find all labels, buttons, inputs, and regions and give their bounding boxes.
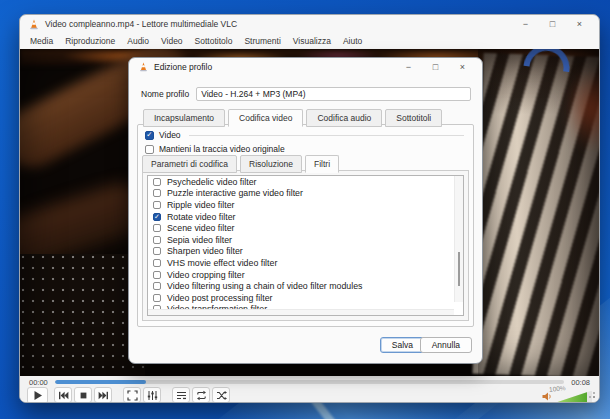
previous-button[interactable] <box>54 387 72 403</box>
video-subtabs: Parametri di codifica Risoluzione Filtri <box>142 155 342 173</box>
subtab-filtri[interactable]: Filtri <box>305 155 339 173</box>
menu-strumenti[interactable]: Strumenti <box>244 36 280 46</box>
filter-checkbox[interactable] <box>153 294 161 302</box>
filter-checkbox[interactable] <box>153 189 161 197</box>
filter-checkbox[interactable] <box>153 201 161 209</box>
menu-media[interactable]: Media <box>30 36 53 46</box>
stop-button[interactable] <box>74 387 92 403</box>
menu-bar: Media Riproduzione Audio Video Sottotito… <box>20 33 599 49</box>
filter-item[interactable]: VHS movie effect video filter <box>148 257 463 269</box>
filter-label: Rotate video filter <box>167 212 235 222</box>
filter-checkbox[interactable] <box>153 282 161 290</box>
fullscreen-button[interactable] <box>123 387 141 403</box>
filter-item[interactable]: Sharpen video filter <box>148 246 463 258</box>
profile-name-input[interactable] <box>196 87 471 101</box>
controls-bar: 100% <box>20 388 599 402</box>
dialog-minimize-icon[interactable]: − <box>395 58 422 76</box>
filter-item[interactable]: Sepia video filter <box>148 234 463 246</box>
vlc-cone-icon <box>139 62 148 72</box>
filter-label: Sharpen video filter <box>167 246 243 256</box>
filter-item[interactable]: Wave video filter <box>148 315 463 316</box>
group-separator <box>189 135 464 136</box>
seek-bar[interactable] <box>55 380 564 384</box>
scrollbar-thumb[interactable] <box>458 252 460 286</box>
subtab-parametri[interactable]: Parametri di codifica <box>142 155 237 173</box>
filter-checkbox[interactable] <box>153 224 161 232</box>
filter-item[interactable]: Scene video filter <box>148 222 463 234</box>
volume-fill <box>556 391 587 403</box>
codifica-video-panel: ✓ Video Mantieni la traccia video origin… <box>137 124 474 327</box>
volume-slider[interactable] <box>556 391 592 403</box>
next-icon <box>98 390 109 401</box>
filtri-panel: Psychedelic video filterPuzzle interacti… <box>142 170 469 321</box>
dialog-title: Edizione profilo <box>154 62 212 72</box>
filter-checkbox[interactable] <box>153 178 161 186</box>
vlc-cone-icon <box>29 19 39 30</box>
cancel-button[interactable]: Annulla <box>420 337 472 353</box>
playlist-icon <box>176 390 187 401</box>
filter-label: Video post processing filter <box>167 293 272 303</box>
playlist-button[interactable] <box>172 387 190 403</box>
filter-checkbox[interactable] <box>153 271 161 279</box>
filter-item[interactable]: Video post processing filter <box>148 292 463 304</box>
tab-incapsulamento[interactable]: Incapsulamento <box>143 109 225 127</box>
tab-sottotitoli[interactable]: Sottotitoli <box>385 109 442 127</box>
time-total: 00:08 <box>571 378 590 387</box>
filter-item[interactable]: Video filtering using a chain of video f… <box>148 280 463 292</box>
vlc-titlebar[interactable]: Video compleanno.mp4 - Lettore multimedi… <box>20 15 599 33</box>
filter-checkbox[interactable] <box>153 236 161 244</box>
subtab-risoluzione[interactable]: Risoluzione <box>240 155 302 173</box>
menu-sottotitolo[interactable]: Sottotitolo <box>195 36 233 46</box>
filter-list[interactable]: Psychedelic video filterPuzzle interacti… <box>147 175 464 316</box>
resize-grip-icon[interactable] <box>593 396 595 398</box>
save-button[interactable]: Salva <box>380 337 425 353</box>
filter-item[interactable]: Psychedelic video filter <box>148 176 463 188</box>
shuffle-button[interactable] <box>212 387 230 403</box>
menu-riproduzione[interactable]: Riproduzione <box>65 36 115 46</box>
filter-label: Video filtering using a chain of video f… <box>167 281 362 291</box>
previous-icon <box>58 390 69 401</box>
play-button[interactable] <box>27 387 48 404</box>
dialog-tabs: Incapsulamento Codifica video Codifica a… <box>143 109 445 127</box>
equalizer-icon <box>147 390 158 401</box>
menu-visualizza[interactable]: Visualizza <box>293 36 331 46</box>
menu-audio[interactable]: Audio <box>127 36 149 46</box>
filter-label: Ripple video filter <box>167 200 234 210</box>
filter-label: VHS movie effect video filter <box>167 258 277 268</box>
tab-codifica-video[interactable]: Codifica video <box>228 109 303 127</box>
video-content-warm-blob <box>565 67 599 152</box>
dialog-close-icon[interactable]: × <box>449 58 476 76</box>
filter-list-hscrollbar[interactable] <box>148 309 454 315</box>
filter-list-scrollbar[interactable] <box>454 176 463 302</box>
filter-item[interactable]: Ripple video filter <box>148 199 463 211</box>
video-content-shading <box>478 49 599 376</box>
window-title: Video compleanno.mp4 - Lettore multimedi… <box>45 19 237 29</box>
maximize-icon[interactable]: □ <box>539 15 566 33</box>
filter-item[interactable]: Video cropping filter <box>148 269 463 281</box>
shuffle-icon <box>216 390 227 401</box>
next-button[interactable] <box>94 387 112 403</box>
dialog-titlebar[interactable]: Edizione profilo − □ × <box>129 58 482 76</box>
close-icon[interactable]: × <box>566 15 593 33</box>
filter-label: Puzzle interactive game video filter <box>167 188 303 198</box>
dialog-maximize-icon[interactable]: □ <box>422 58 449 76</box>
minimize-icon[interactable]: − <box>512 15 539 33</box>
volume-percent-label: 100% <box>549 384 566 393</box>
video-enabled-checkbox[interactable]: ✓ <box>145 131 154 140</box>
menu-aiuto[interactable]: Aiuto <box>343 36 362 46</box>
menu-video[interactable]: Video <box>161 36 183 46</box>
filter-item[interactable]: Puzzle interactive game video filter <box>148 188 463 200</box>
video-enabled-row: ✓ Video <box>145 130 464 140</box>
extended-settings-button[interactable] <box>143 387 161 403</box>
keep-original-checkbox[interactable] <box>145 145 154 154</box>
volume-control[interactable]: 100% <box>542 387 592 404</box>
filter-checkbox[interactable]: ✓ <box>153 213 161 221</box>
video-enabled-label: Video <box>159 130 181 140</box>
video-content-fabric-dark <box>20 254 145 376</box>
filter-checkbox[interactable] <box>153 259 161 267</box>
loop-button[interactable] <box>192 387 210 403</box>
filter-checkbox[interactable] <box>153 247 161 255</box>
tab-codifica-audio[interactable]: Codifica audio <box>306 109 382 127</box>
filter-item[interactable]: ✓Rotate video filter <box>148 211 463 223</box>
filter-label: Sepia video filter <box>167 235 232 245</box>
